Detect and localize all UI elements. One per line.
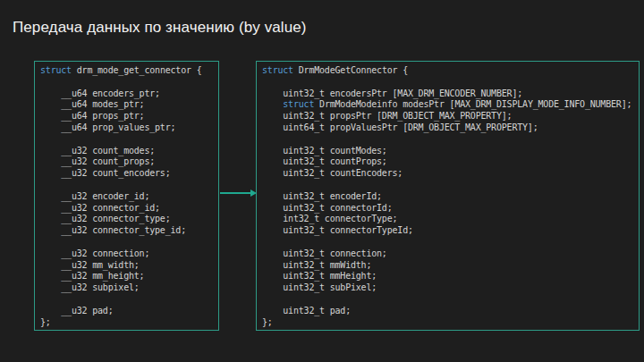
code-line: }; <box>40 317 213 329</box>
code-line: __u64 props_ptr; <box>40 111 213 122</box>
code-line: uint32_t connectorTypeId; <box>262 225 633 237</box>
code-text: uint32_t encoderId; <box>262 191 382 201</box>
code-line <box>40 237 213 248</box>
code-text: DrmModeGetConnector { <box>293 65 408 75</box>
code-line <box>262 294 633 306</box>
code-keyword: struct <box>283 99 314 109</box>
code-text: uint32_t subPixel; <box>262 282 377 292</box>
code-text: drm_mode_get_connector { <box>72 65 202 75</box>
code-text: __u32 connection; <box>40 248 149 258</box>
code-line: __u64 modes_ptr; <box>40 99 213 111</box>
code-text: __u64 prop_values_ptr; <box>40 122 175 132</box>
code-text: __u32 count_modes; <box>40 146 155 156</box>
code-line: uint32_t mmHeight; <box>262 271 633 282</box>
code-text: __u32 pad; <box>40 306 114 316</box>
code-line: uint32_t countEncoders; <box>262 168 633 180</box>
code-text: __u32 subpixel; <box>40 282 140 292</box>
code-text: uint32_t connectorTypeId; <box>262 225 413 235</box>
code-text: uint64_t propValuesPtr [DRM_OBJECT_MAX_P… <box>262 122 538 132</box>
code-keyword: struct <box>40 65 72 75</box>
code-line: __u64 prop_values_ptr; <box>40 122 213 134</box>
by-value-mapping-arrow <box>220 189 258 197</box>
code-text: DrmModeModeinfo modesPtr [MAX_DRM_DISPLA… <box>314 99 631 109</box>
code-line: __u32 subpixel; <box>40 282 213 294</box>
code-text: __u32 count_encoders; <box>40 168 171 178</box>
code-line: uint32_t pad; <box>262 306 633 317</box>
code-line <box>40 77 213 88</box>
slide-title: Передача данных по значению (by value) <box>13 19 307 37</box>
code-line: __u64 encoders_ptr; <box>40 88 213 100</box>
code-line <box>262 134 633 146</box>
code-line: uint32_t countProps; <box>262 156 633 168</box>
code-text: __u64 encoders_ptr; <box>40 88 160 98</box>
code-line: uint32_t mmWidth; <box>262 260 633 272</box>
code-text: __u32 connector_type_id; <box>40 225 186 235</box>
code-text: uint32_t connectorId; <box>262 203 393 213</box>
code-line: __u32 connector_id; <box>40 203 213 215</box>
code-text: uint32_t encodersPtr [MAX_DRM_ENCODER_NU… <box>262 88 522 98</box>
userspace-struct-code: struct DrmModeGetConnector { uint32_t en… <box>257 62 639 332</box>
slide: Передача данных по значению (by value) s… <box>0 0 644 362</box>
code-line: uint32_t connection; <box>262 248 633 260</box>
code-line <box>40 294 213 306</box>
code-line: __u32 mm_height; <box>40 271 213 282</box>
code-text: }; <box>40 317 51 327</box>
code-text: uint32_t countProps; <box>262 156 387 166</box>
code-text <box>262 99 283 109</box>
code-text: __u64 modes_ptr; <box>40 99 144 109</box>
code-text: __u32 mm_width; <box>40 260 140 270</box>
code-line: __u32 connection; <box>40 248 213 260</box>
code-line <box>262 180 633 191</box>
code-text: __u32 connector_type; <box>40 214 171 223</box>
code-keyword: struct <box>262 65 293 75</box>
code-line: int32_t connectorType; <box>262 214 633 225</box>
code-text: __u32 mm_height; <box>40 271 144 281</box>
code-text: uint32_t mmWidth; <box>262 260 371 270</box>
code-line: __u32 count_props; <box>40 156 213 168</box>
code-line <box>262 77 633 88</box>
kernel-struct-code: struct drm_mode_get_connector { __u64 en… <box>35 62 218 332</box>
userspace-struct-code-box: struct DrmModeGetConnector { uint32_t en… <box>256 61 640 331</box>
kernel-struct-code-box: struct drm_mode_get_connector { __u64 en… <box>34 61 219 331</box>
code-text: uint32_t countEncoders; <box>262 168 402 178</box>
code-line: uint32_t propsPtr [DRM_OBJECT_MAX_PROPER… <box>262 111 633 122</box>
code-line: uint32_t encodersPtr [MAX_DRM_ENCODER_NU… <box>262 88 633 100</box>
code-line: __u32 count_modes; <box>40 146 213 157</box>
code-text: uint32_t countModes; <box>262 146 387 156</box>
code-line: __u32 pad; <box>40 306 213 317</box>
code-line: __u32 count_encoders; <box>40 168 213 180</box>
code-line: __u32 mm_width; <box>40 260 213 272</box>
code-line: uint32_t encoderId; <box>262 191 633 203</box>
code-line: struct DrmModeGetConnector { <box>262 65 633 77</box>
code-text: __u32 count_props; <box>40 156 155 166</box>
code-line: __u32 encoder_id; <box>40 191 213 203</box>
code-line <box>40 180 213 191</box>
code-line: uint64_t propValuesPtr [DRM_OBJECT_MAX_P… <box>262 122 633 134</box>
code-line: }; <box>262 317 633 329</box>
code-text: uint32_t pad; <box>262 306 351 316</box>
code-line: uint32_t subPixel; <box>262 282 633 294</box>
code-line: uint32_t connectorId; <box>262 203 633 215</box>
code-line: struct DrmModeModeinfo modesPtr [MAX_DRM… <box>262 99 633 111</box>
code-text: __u32 connector_id; <box>40 203 160 213</box>
code-text: __u64 props_ptr; <box>40 111 144 121</box>
code-line <box>262 237 633 248</box>
arrow-line <box>220 192 250 194</box>
code-text: __u32 encoder_id; <box>40 191 149 201</box>
code-line: struct drm_mode_get_connector { <box>40 65 213 77</box>
code-line: uint32_t countModes; <box>262 146 633 157</box>
code-line: __u32 connector_type_id; <box>40 225 213 237</box>
code-line: __u32 connector_type; <box>40 214 213 225</box>
code-text: uint32_t propsPtr [DRM_OBJECT_MAX_PROPER… <box>262 111 512 121</box>
code-line <box>40 134 213 146</box>
code-text: uint32_t connection; <box>262 248 387 258</box>
code-text: }; <box>262 317 273 327</box>
code-text: int32_t connectorType; <box>262 214 397 223</box>
code-text: uint32_t mmHeight; <box>262 271 377 281</box>
